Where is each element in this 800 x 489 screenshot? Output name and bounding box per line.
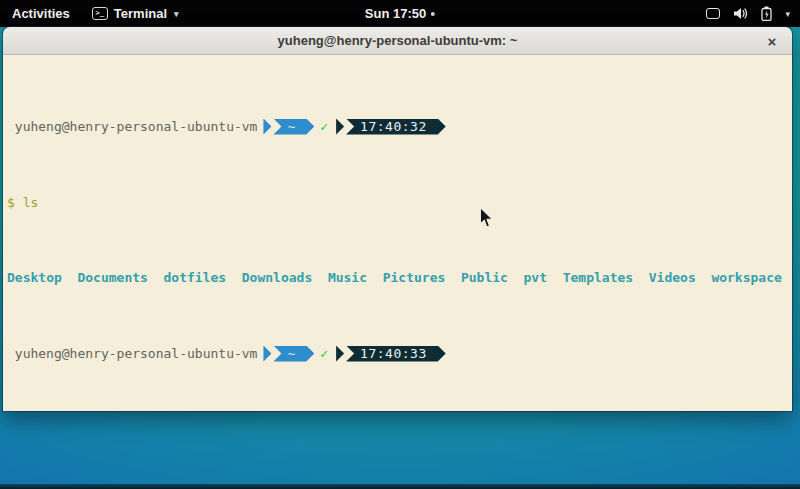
directory-name: pvt <box>524 270 547 285</box>
prompt-cwd-segment: ~ <box>263 119 314 135</box>
command-line: $ ls <box>7 195 788 210</box>
directory-name: Pictures <box>383 270 446 285</box>
desktop-bottom-edge <box>0 484 800 489</box>
chevron-down-icon: ▾ <box>174 9 179 19</box>
powerline-arrow-icon <box>336 119 344 135</box>
directory-name: Desktop <box>7 270 62 285</box>
directory-name: Videos <box>649 270 696 285</box>
check-icon: ✓ <box>320 119 328 134</box>
powerline-arrow-icon <box>336 346 344 362</box>
clock-button[interactable]: Sun 17:50 <box>365 0 435 27</box>
ls-output-line: DesktopDocumentsdotfilesDownloadsMusicPi… <box>7 270 788 285</box>
directory-name: Downloads <box>242 270 312 285</box>
volume-icon <box>733 7 748 20</box>
powerline-arrow-icon <box>263 346 271 362</box>
prompt-user-host: yuheng@henry-personal-ubuntu-vm <box>7 346 257 361</box>
app-menu-label: Terminal <box>114 6 167 21</box>
directory-name: Public <box>461 270 508 285</box>
window-title: yuheng@henry-personal-ubuntu-vm: ~ <box>278 33 518 48</box>
prompt-cwd-segment: ~ <box>263 346 314 362</box>
powerline-arrow-icon <box>263 119 271 135</box>
prompt-time-segment: 17:40:32 <box>336 119 446 135</box>
check-icon: ✓ <box>320 346 328 361</box>
chevron-down-icon: ▾ <box>785 9 790 19</box>
prompt-cwd: ~ <box>273 346 314 362</box>
prompt-user-host: yuheng@henry-personal-ubuntu-vm <box>7 119 257 134</box>
terminal-window: yuheng@henry-personal-ubuntu-vm: ~ × yuh… <box>3 27 792 411</box>
terminal-content-area[interactable]: yuheng@henry-personal-ubuntu-vm ~ ✓ 17:4… <box>3 55 792 411</box>
directory-name: Templates <box>563 270 633 285</box>
window-titlebar[interactable]: yuheng@henry-personal-ubuntu-vm: ~ × <box>3 27 792 55</box>
notification-dot-icon <box>431 12 435 16</box>
system-status-area[interactable]: ▾ <box>706 0 790 27</box>
directory-name: Music <box>328 270 367 285</box>
battery-charging-icon <box>761 6 772 21</box>
prompt-line: yuheng@henry-personal-ubuntu-vm ~ ✓ 17:4… <box>7 345 788 362</box>
terminal-app-icon: >_ <box>92 7 108 20</box>
prompt-time-segment: 17:40:33 <box>336 346 446 362</box>
prompt-symbol: $ <box>7 195 15 210</box>
display-icon <box>706 8 720 19</box>
top-bar: Activities >_ Terminal ▾ Sun 17:50 ▾ <box>0 0 800 27</box>
typed-command: ls <box>23 195 39 210</box>
directory-name: Documents <box>77 270 147 285</box>
prompt-timestamp: 17:40:33 <box>346 346 446 362</box>
prompt-timestamp: 17:40:32 <box>346 119 446 135</box>
app-menu-terminal[interactable]: >_ Terminal ▾ <box>82 0 189 27</box>
activities-button[interactable]: Activities <box>0 0 82 27</box>
clock-label: Sun 17:50 <box>365 6 426 21</box>
prompt-cwd: ~ <box>273 119 314 135</box>
prompt-line: yuheng@henry-personal-ubuntu-vm ~ ✓ 17:4… <box>7 118 788 135</box>
directory-name: dotfiles <box>164 270 227 285</box>
close-icon[interactable]: × <box>761 30 783 52</box>
directory-name: workspace <box>711 270 781 285</box>
